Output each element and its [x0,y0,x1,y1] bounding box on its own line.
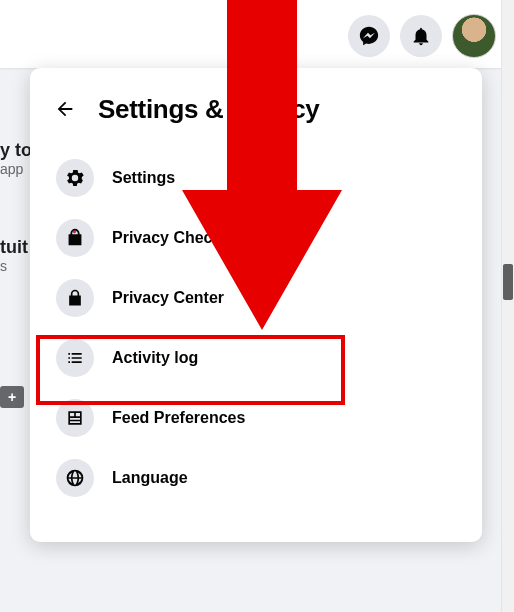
bell-icon [410,25,432,47]
settings-privacy-panel: Settings & privacy Settings Privacy Chec… [30,68,482,542]
bg-text: tuit [0,237,32,258]
panel-title: Settings & privacy [98,94,319,125]
panel-header: Settings & privacy [48,92,464,126]
top-icons [348,14,496,58]
menu-item-privacy-checkup[interactable]: Privacy Checkup [48,208,464,268]
menu-item-privacy-center[interactable]: Privacy Center [48,268,464,328]
menu-item-label: Privacy Center [112,289,224,307]
bg-text: s [0,258,32,274]
menu-item-label: Activity log [112,349,198,367]
vertical-scrollbar[interactable] [501,0,514,612]
list-icon [56,339,94,377]
menu-item-settings[interactable]: Settings [48,148,464,208]
scrollbar-thumb[interactable] [503,264,513,300]
menu-list: Settings Privacy Checkup Privacy Center … [48,148,464,508]
menu-item-language[interactable]: Language [48,448,464,508]
profile-avatar[interactable] [452,14,496,58]
gear-icon [56,159,94,197]
messenger-icon [358,25,380,47]
menu-item-activity-log[interactable]: Activity log [48,328,464,388]
top-navbar [0,0,514,68]
feed-icon [56,399,94,437]
bg-text: y to [0,140,32,161]
camera-badge: + [0,386,24,408]
menu-item-feed-preferences[interactable]: Feed Preferences [48,388,464,448]
arrow-left-icon [54,98,76,120]
plus-icon: + [8,389,16,405]
lock-heart-icon [56,219,94,257]
messenger-button[interactable] [348,15,390,57]
background-content-left: y to app tuit s [0,140,32,274]
menu-item-label: Privacy Checkup [112,229,241,247]
notifications-button[interactable] [400,15,442,57]
globe-icon [56,459,94,497]
menu-item-label: Language [112,469,188,487]
menu-item-label: Settings [112,169,175,187]
bg-text: app [0,161,32,177]
back-button[interactable] [48,92,82,126]
menu-item-label: Feed Preferences [112,409,245,427]
lock-icon [56,279,94,317]
